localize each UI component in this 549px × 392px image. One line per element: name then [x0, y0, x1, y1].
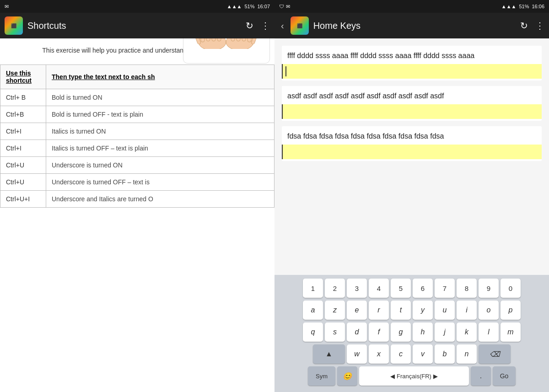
key-w[interactable]: w — [347, 344, 367, 364]
space-key[interactable]: ◀ Français(FR) ▶ — [359, 366, 469, 386]
left-signal: ▲▲▲ — [227, 4, 242, 9]
description-cell: Underscore is turned ON — [46, 157, 274, 174]
left-status-left: ✉ — [5, 4, 9, 10]
key-8[interactable]: 8 — [457, 279, 477, 298]
left-battery: 51% — [244, 4, 254, 9]
right-time: 16:06 — [532, 4, 544, 9]
key-h[interactable]: h — [413, 322, 433, 342]
key-f[interactable]: f — [369, 322, 389, 342]
key-r[interactable]: r — [369, 301, 389, 320]
go-key[interactable]: Go — [493, 366, 516, 386]
keyboard-row-3: q s d f g h j k l m — [276, 322, 547, 342]
table-row: Ctrl+U Underscore is turned ON — [0, 157, 274, 174]
right-mail-icon: ✉ — [286, 4, 290, 10]
key-s[interactable]: s — [325, 322, 345, 342]
svg-rect-11 — [248, 38, 251, 42]
key-k[interactable]: k — [457, 322, 477, 342]
key-x[interactable]: x — [369, 344, 389, 364]
text-block-2-content: asdf asdf asdf asdf asdf asdf asdf asdf … — [282, 86, 542, 104]
col-header-shortcut: Use this shortcut — [0, 65, 46, 89]
right-status-left: 🛡 ✉ — [279, 4, 290, 10]
description-cell: Italics is turned ON — [46, 123, 274, 140]
right-app-title: Home Keys — [313, 21, 516, 31]
text-block-1-content: ffff dddd ssss aaaa ffff dddd ssss aaaa … — [282, 46, 542, 64]
key-q[interactable]: q — [303, 322, 323, 342]
key-i[interactable]: i — [457, 301, 477, 320]
key-z[interactable]: z — [325, 301, 345, 320]
key-e[interactable]: e — [347, 301, 367, 320]
text-block-1: ffff dddd ssss aaaa ffff dddd ssss aaaa … — [282, 46, 542, 81]
key-9[interactable]: 9 — [479, 279, 499, 298]
text-input-2[interactable] — [282, 104, 542, 119]
key-0[interactable]: 0 — [501, 279, 521, 298]
description-cell: Bold is turned ON — [46, 89, 274, 106]
left-status-bar: ✉ ▲▲▲ 51% 16:07 — [0, 0, 274, 13]
left-app-icon: ⬛ — [5, 16, 23, 35]
shortcut-cell: Ctrl+U+I — [0, 191, 46, 208]
right-menu-button[interactable]: ⋮ — [535, 20, 544, 31]
key-j[interactable]: j — [435, 322, 455, 342]
shortcuts-table: Use this shortcut Then type the text nex… — [0, 64, 274, 208]
table-row: Ctrl+B Bold is turned OFF - text is plai… — [0, 106, 274, 123]
keyboard-row-4: ▲ w x c v b n ⌫ — [276, 344, 547, 364]
key-6[interactable]: 6 — [413, 279, 433, 298]
right-status-bar: 🛡 ✉ ▲▲▲ 51% 16:06 — [274, 0, 549, 13]
key-a[interactable]: a — [303, 301, 323, 320]
key-4[interactable]: 4 — [369, 279, 389, 298]
right-app-icon: ⬛ — [291, 16, 309, 35]
emoji-key[interactable]: 😊 — [337, 366, 357, 386]
key-1[interactable]: 1 — [303, 279, 323, 298]
key-v[interactable]: v — [413, 344, 433, 364]
right-content: ffff dddd ssss aaaa ffff dddd ssss aaaa … — [274, 38, 549, 275]
shortcut-cell: Ctrl+U — [0, 157, 46, 174]
key-m[interactable]: m — [501, 322, 521, 342]
key-p[interactable]: p — [501, 301, 521, 320]
right-panel: 🛡 ✉ ▲▲▲ 51% 16:06 ‹ ⬛ Home Keys ↻ ⋮ ffff… — [274, 0, 549, 392]
key-c[interactable]: c — [391, 344, 411, 364]
right-refresh-button[interactable]: ↻ — [520, 20, 528, 31]
svg-rect-4 — [217, 38, 221, 41]
key-l[interactable]: l — [479, 322, 499, 342]
key-g[interactable]: g — [391, 322, 411, 342]
text-input-1[interactable] — [282, 64, 542, 79]
right-status-right: ▲▲▲ 51% 16:06 — [501, 4, 544, 9]
right-signal: ▲▲▲ — [501, 4, 517, 9]
key-2[interactable]: 2 — [325, 279, 345, 298]
left-mail-icon: ✉ — [5, 4, 9, 10]
table-row: Ctrl+U Underscore is turned OFF – text i… — [0, 174, 274, 191]
left-app-bar: ⬛ Shortcuts ↻ ⋮ — [0, 13, 274, 38]
shortcut-cell: Ctrl+U — [0, 174, 46, 191]
keyboard-row-bottom: Sym 😊 ◀ Français(FR) ▶ . Go — [276, 366, 547, 386]
key-o[interactable]: o — [479, 301, 499, 320]
svg-rect-1 — [201, 38, 205, 42]
description-cell: Bold is turned OFF - text is plain — [46, 106, 274, 123]
description-cell: Underscore and Italics are turned O — [46, 191, 274, 208]
text-input-3[interactable] — [282, 145, 542, 159]
key-u[interactable]: u — [435, 301, 455, 320]
key-n[interactable]: n — [457, 344, 477, 364]
backspace-key[interactable]: ⌫ — [479, 344, 511, 364]
sym-key[interactable]: Sym — [308, 366, 335, 386]
table-row: Ctrl+U+I Underscore and Italics are turn… — [0, 191, 274, 208]
left-status-right: ▲▲▲ 51% 16:07 — [227, 4, 270, 9]
key-y[interactable]: y — [413, 301, 433, 320]
keyboard-illustration — [183, 38, 270, 64]
key-7[interactable]: 7 — [435, 279, 455, 298]
svg-rect-13 — [237, 38, 240, 41]
keyboard-row-2: a z e r t y u i o p — [276, 301, 547, 320]
left-refresh-button[interactable]: ↻ — [246, 20, 253, 31]
shift-key[interactable]: ▲ — [313, 344, 345, 364]
key-d[interactable]: d — [347, 322, 367, 342]
text-block-3-content: fdsa fdsa fdsa fdsa fdsa fdsa fdsa fdsa … — [282, 126, 542, 145]
dot-key[interactable]: . — [471, 366, 491, 386]
left-menu-button[interactable]: ⋮ — [261, 20, 270, 31]
key-t[interactable]: t — [391, 301, 411, 320]
left-app-actions: ↻ ⋮ — [246, 20, 270, 31]
text-block-2: asdf asdf asdf asdf asdf asdf asdf asdf … — [282, 86, 542, 121]
left-time: 16:07 — [257, 4, 270, 9]
back-button[interactable]: ‹ — [279, 19, 286, 33]
key-b[interactable]: b — [435, 344, 455, 364]
right-shield-icon: 🛡 — [279, 4, 284, 9]
key-3[interactable]: 3 — [347, 279, 367, 298]
key-5[interactable]: 5 — [391, 279, 411, 298]
